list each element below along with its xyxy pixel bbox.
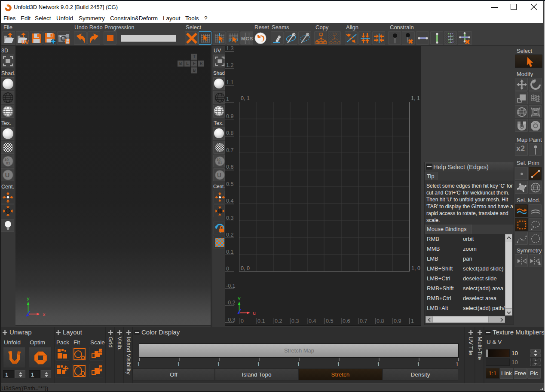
- svg-text:M: M: [241, 36, 245, 41]
- svg-text:UV: UV: [21, 40, 29, 45]
- svg-text:x: x: [43, 312, 46, 317]
- svg-text:u: u: [253, 310, 256, 316]
- svg-text:01: 01: [218, 161, 222, 165]
- svg-text:G: G: [246, 36, 250, 41]
- svg-text:01: 01: [6, 161, 10, 165]
- svg-text:v: v: [238, 295, 241, 301]
- svg-text:U: U: [217, 172, 221, 179]
- svg-text:U: U: [5, 171, 10, 179]
- svg-text:S: S: [250, 36, 253, 41]
- svg-text:1:1: 1:1: [98, 349, 103, 354]
- svg-text:P: P: [99, 366, 102, 371]
- svg-text:y: y: [27, 296, 30, 301]
